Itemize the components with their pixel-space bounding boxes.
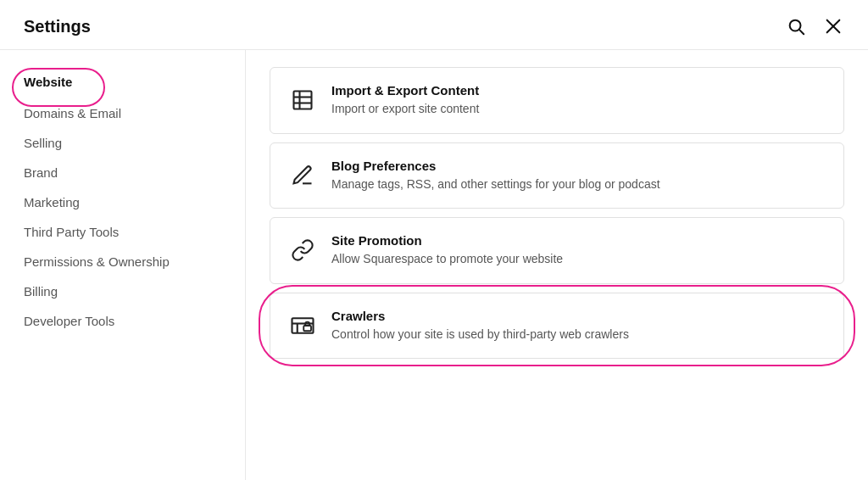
- svg-rect-4: [294, 92, 312, 109]
- sidebar: Website Domains & Email Selling Brand Ma…: [0, 50, 246, 480]
- card-blog-title: Blog Preferences: [331, 159, 826, 173]
- sidebar-item-domains[interactable]: Domains & Email: [24, 98, 245, 128]
- svg-rect-11: [303, 326, 311, 331]
- sidebar-item-label: Developer Tools: [24, 314, 114, 328]
- card-blog-desc: Manage tags, RSS, and other settings for…: [331, 176, 826, 193]
- crawlers-icon: [287, 310, 318, 341]
- app-container: Settings Website: [0, 0, 868, 480]
- card-blog-text: Blog Preferences Manage tags, RSS, and o…: [331, 159, 826, 193]
- table-icon: [287, 85, 318, 115]
- search-button[interactable]: [785, 15, 807, 37]
- sidebar-item-label: Website: [24, 75, 72, 89]
- sidebar-item-label: Marketing: [24, 195, 80, 209]
- card-promotion-title: Site Promotion: [331, 233, 826, 248]
- close-button[interactable]: [822, 15, 844, 37]
- close-icon: [824, 17, 843, 36]
- sidebar-item-permissions[interactable]: Permissions & Ownership: [24, 247, 245, 276]
- card-blog-preferences[interactable]: Blog Preferences Manage tags, RSS, and o…: [270, 142, 844, 209]
- header: Settings: [0, 0, 868, 50]
- card-import-export-desc: Import or export site content: [331, 101, 826, 118]
- sidebar-item-marketing[interactable]: Marketing: [24, 187, 245, 217]
- sidebar-item-label: Brand: [24, 165, 58, 180]
- edit-icon: [287, 160, 318, 191]
- sidebar-item-billing[interactable]: Billing: [24, 276, 245, 306]
- sidebar-item-selling[interactable]: Selling: [24, 128, 245, 158]
- sidebar-item-developer[interactable]: Developer Tools: [24, 306, 245, 336]
- card-import-export-text: Import & Export Content Import or export…: [331, 83, 826, 118]
- sidebar-item-third-party[interactable]: Third Party Tools: [24, 217, 245, 247]
- page-title: Settings: [24, 17, 91, 36]
- header-icons: [785, 15, 844, 37]
- sidebar-item-website[interactable]: Website: [24, 67, 245, 97]
- card-promotion-text: Site Promotion Allow Squarespace to prom…: [331, 233, 826, 268]
- search-icon: [787, 17, 805, 36]
- sidebar-item-label: Domains & Email: [24, 106, 121, 120]
- sidebar-item-label: Permissions & Ownership: [24, 254, 170, 269]
- svg-line-1: [799, 30, 804, 34]
- card-import-export[interactable]: Import & Export Content Import or export…: [270, 67, 844, 134]
- sidebar-item-brand[interactable]: Brand: [24, 158, 245, 187]
- content-area: Import & Export Content Import or export…: [246, 50, 868, 480]
- card-crawlers-text: Crawlers Control how your site is used b…: [331, 309, 826, 343]
- card-promotion-desc: Allow Squarespace to promote your websit…: [331, 251, 826, 268]
- sidebar-item-label: Selling: [24, 136, 62, 150]
- sidebar-item-label: Third Party Tools: [24, 225, 119, 239]
- card-site-promotion[interactable]: Site Promotion Allow Squarespace to prom…: [270, 217, 844, 284]
- card-crawlers-desc: Control how your site is used by third-p…: [331, 327, 826, 343]
- link-icon: [287, 235, 318, 265]
- sidebar-item-label: Billing: [24, 284, 58, 299]
- main-layout: Website Domains & Email Selling Brand Ma…: [0, 50, 868, 480]
- card-import-export-title: Import & Export Content: [331, 83, 826, 98]
- card-crawlers[interactable]: Crawlers Control how your site is used b…: [270, 293, 844, 360]
- card-crawlers-title: Crawlers: [331, 309, 826, 323]
